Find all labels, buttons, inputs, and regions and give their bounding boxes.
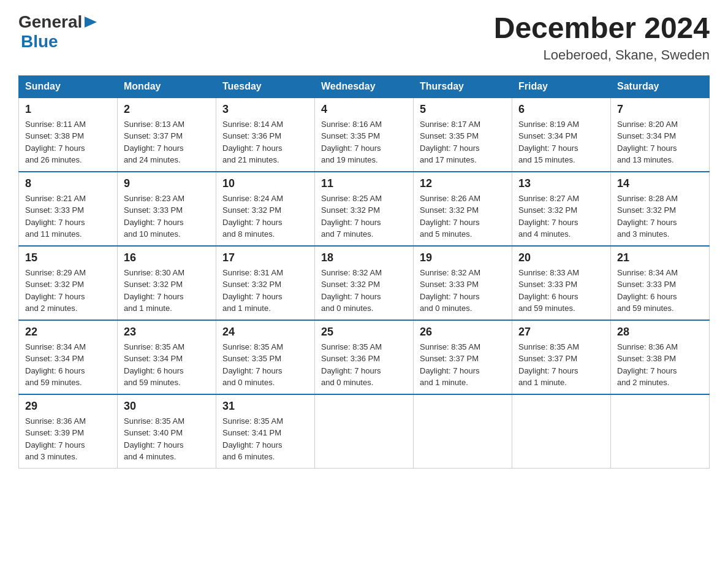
day-number: 10	[222, 177, 308, 190]
title-section: December 2024 Loeberoed, Skane, Sweden	[494, 12, 710, 63]
calendar-subtitle: Loeberoed, Skane, Sweden	[494, 47, 710, 63]
day-number: 19	[420, 251, 506, 264]
table-row: 13Sunrise: 8:27 AM Sunset: 3:32 PM Dayli…	[512, 172, 611, 246]
day-info: Sunrise: 8:35 AM Sunset: 3:34 PM Dayligh…	[124, 341, 210, 389]
header-monday: Monday	[118, 75, 216, 98]
day-number: 3	[222, 103, 308, 116]
day-info: Sunrise: 8:16 AM Sunset: 3:35 PM Dayligh…	[321, 118, 407, 166]
table-row: 20Sunrise: 8:33 AM Sunset: 3:33 PM Dayli…	[512, 246, 611, 320]
day-info: Sunrise: 8:35 AM Sunset: 3:40 PM Dayligh…	[124, 415, 210, 463]
day-number: 14	[617, 177, 703, 190]
table-row: 11Sunrise: 8:25 AM Sunset: 3:32 PM Dayli…	[315, 172, 414, 246]
day-info: Sunrise: 8:35 AM Sunset: 3:35 PM Dayligh…	[222, 341, 308, 389]
table-row: 27Sunrise: 8:35 AM Sunset: 3:37 PM Dayli…	[512, 320, 611, 394]
table-row: 5Sunrise: 8:17 AM Sunset: 3:35 PM Daylig…	[414, 98, 512, 172]
day-number: 23	[124, 326, 210, 339]
table-row: 31Sunrise: 8:35 AM Sunset: 3:41 PM Dayli…	[216, 394, 315, 469]
calendar-title: December 2024	[494, 12, 710, 45]
svg-marker-0	[85, 17, 97, 28]
day-info: Sunrise: 8:35 AM Sunset: 3:37 PM Dayligh…	[518, 341, 604, 389]
day-info: Sunrise: 8:34 AM Sunset: 3:34 PM Dayligh…	[25, 341, 111, 389]
table-row	[611, 394, 710, 469]
table-row: 10Sunrise: 8:24 AM Sunset: 3:32 PM Dayli…	[216, 172, 315, 246]
day-number: 25	[321, 326, 407, 339]
day-number: 18	[321, 251, 407, 264]
table-row: 12Sunrise: 8:26 AM Sunset: 3:32 PM Dayli…	[414, 172, 512, 246]
day-number: 21	[617, 251, 703, 264]
day-number: 4	[321, 103, 407, 116]
day-info: Sunrise: 8:33 AM Sunset: 3:33 PM Dayligh…	[518, 267, 604, 315]
day-info: Sunrise: 8:20 AM Sunset: 3:34 PM Dayligh…	[617, 118, 703, 166]
day-info: Sunrise: 8:32 AM Sunset: 3:32 PM Dayligh…	[321, 267, 407, 315]
table-row: 17Sunrise: 8:31 AM Sunset: 3:32 PM Dayli…	[216, 246, 315, 320]
day-info: Sunrise: 8:14 AM Sunset: 3:36 PM Dayligh…	[222, 118, 308, 166]
day-info: Sunrise: 8:36 AM Sunset: 3:38 PM Dayligh…	[617, 341, 703, 389]
table-row: 24Sunrise: 8:35 AM Sunset: 3:35 PM Dayli…	[216, 320, 315, 394]
logo-blue-text: Blue	[21, 32, 58, 51]
calendar-header: Sunday Monday Tuesday Wednesday Thursday…	[19, 75, 710, 98]
day-info: Sunrise: 8:35 AM Sunset: 3:37 PM Dayligh…	[420, 341, 506, 389]
day-info: Sunrise: 8:30 AM Sunset: 3:32 PM Dayligh…	[124, 267, 210, 315]
calendar-table: Sunday Monday Tuesday Wednesday Thursday…	[18, 75, 710, 469]
header-saturday: Saturday	[611, 75, 710, 98]
day-number: 27	[518, 326, 604, 339]
table-row: 18Sunrise: 8:32 AM Sunset: 3:32 PM Dayli…	[315, 246, 414, 320]
day-info: Sunrise: 8:29 AM Sunset: 3:32 PM Dayligh…	[25, 267, 111, 315]
day-number: 26	[420, 326, 506, 339]
day-info: Sunrise: 8:23 AM Sunset: 3:33 PM Dayligh…	[124, 193, 210, 240]
header-friday: Friday	[512, 75, 611, 98]
day-number: 29	[25, 400, 111, 413]
table-row: 15Sunrise: 8:29 AM Sunset: 3:32 PM Dayli…	[19, 246, 118, 320]
day-number: 1	[25, 103, 111, 116]
day-info: Sunrise: 8:27 AM Sunset: 3:32 PM Dayligh…	[518, 193, 604, 240]
day-info: Sunrise: 8:28 AM Sunset: 3:32 PM Dayligh…	[617, 193, 703, 240]
day-info: Sunrise: 8:21 AM Sunset: 3:33 PM Dayligh…	[25, 193, 111, 240]
day-info: Sunrise: 8:35 AM Sunset: 3:36 PM Dayligh…	[321, 341, 407, 389]
day-number: 24	[222, 326, 308, 339]
day-number: 22	[25, 326, 111, 339]
logo-arrow-icon	[82, 13, 100, 31]
day-number: 13	[518, 177, 604, 190]
table-row: 23Sunrise: 8:35 AM Sunset: 3:34 PM Dayli…	[118, 320, 216, 394]
page-header: General Blue December 2024 Loeberoed, Sk…	[18, 12, 710, 63]
day-number: 8	[25, 177, 111, 190]
table-row: 29Sunrise: 8:36 AM Sunset: 3:39 PM Dayli…	[19, 394, 118, 469]
day-info: Sunrise: 8:19 AM Sunset: 3:34 PM Dayligh…	[518, 118, 604, 166]
day-number: 6	[518, 103, 604, 116]
day-info: Sunrise: 8:31 AM Sunset: 3:32 PM Dayligh…	[222, 267, 308, 315]
table-row: 4Sunrise: 8:16 AM Sunset: 3:35 PM Daylig…	[315, 98, 414, 172]
header-tuesday: Tuesday	[216, 75, 315, 98]
day-number: 20	[518, 251, 604, 264]
day-number: 31	[222, 400, 308, 413]
logo: General Blue	[18, 12, 100, 52]
day-number: 17	[222, 251, 308, 264]
table-row: 6Sunrise: 8:19 AM Sunset: 3:34 PM Daylig…	[512, 98, 611, 172]
table-row: 7Sunrise: 8:20 AM Sunset: 3:34 PM Daylig…	[611, 98, 710, 172]
table-row: 28Sunrise: 8:36 AM Sunset: 3:38 PM Dayli…	[611, 320, 710, 394]
day-info: Sunrise: 8:25 AM Sunset: 3:32 PM Dayligh…	[321, 193, 407, 240]
table-row	[315, 394, 414, 469]
table-row: 8Sunrise: 8:21 AM Sunset: 3:33 PM Daylig…	[19, 172, 118, 246]
day-info: Sunrise: 8:26 AM Sunset: 3:32 PM Dayligh…	[420, 193, 506, 240]
day-number: 7	[617, 103, 703, 116]
table-row: 19Sunrise: 8:32 AM Sunset: 3:33 PM Dayli…	[414, 246, 512, 320]
day-number: 15	[25, 251, 111, 264]
table-row: 22Sunrise: 8:34 AM Sunset: 3:34 PM Dayli…	[19, 320, 118, 394]
day-number: 9	[124, 177, 210, 190]
day-info: Sunrise: 8:17 AM Sunset: 3:35 PM Dayligh…	[420, 118, 506, 166]
table-row: 16Sunrise: 8:30 AM Sunset: 3:32 PM Dayli…	[118, 246, 216, 320]
table-row: 2Sunrise: 8:13 AM Sunset: 3:37 PM Daylig…	[118, 98, 216, 172]
header-thursday: Thursday	[414, 75, 512, 98]
table-row: 30Sunrise: 8:35 AM Sunset: 3:40 PM Dayli…	[118, 394, 216, 469]
header-wednesday: Wednesday	[315, 75, 414, 98]
day-number: 16	[124, 251, 210, 264]
day-number: 30	[124, 400, 210, 413]
day-number: 5	[420, 103, 506, 116]
header-sunday: Sunday	[19, 75, 118, 98]
day-info: Sunrise: 8:32 AM Sunset: 3:33 PM Dayligh…	[420, 267, 506, 315]
table-row: 26Sunrise: 8:35 AM Sunset: 3:37 PM Dayli…	[414, 320, 512, 394]
day-info: Sunrise: 8:34 AM Sunset: 3:33 PM Dayligh…	[617, 267, 703, 315]
day-number: 28	[617, 326, 703, 339]
table-row	[512, 394, 611, 469]
logo-general-text: General	[18, 12, 82, 32]
